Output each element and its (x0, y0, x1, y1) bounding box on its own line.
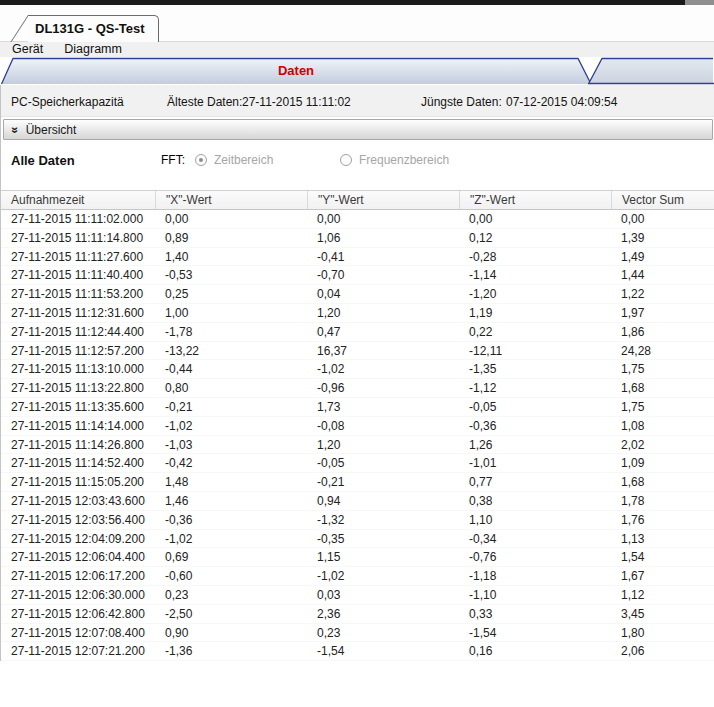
cell-2: 0,47 (307, 323, 459, 341)
cell-1: -1,78 (155, 323, 307, 341)
table-row[interactable]: 27-11-2015 12:06:04.4000,691,15-0,761,54 (1, 548, 714, 567)
fft-option-frequenzbereich[interactable]: Frequenzbereich (340, 153, 485, 167)
cell-4: 1,09 (611, 454, 714, 472)
cell-2: -0,96 (307, 379, 459, 397)
cell-4: 1,67 (611, 567, 714, 585)
radio-frequenzbereich-icon[interactable] (340, 154, 352, 166)
cell-1: -0,60 (155, 567, 307, 585)
table-row[interactable]: 27-11-2015 12:03:43.6001,460,940,381,78 (1, 492, 714, 511)
table-row[interactable]: 27-11-2015 12:06:17.200-0,60-1,02-1,181,… (1, 567, 714, 586)
cell-0: 27-11-2015 11:13:35.600 (1, 398, 155, 416)
fft-label: FFT: (161, 153, 185, 167)
cell-2: 1,06 (307, 229, 459, 247)
column-header-3[interactable]: "Z"-Wert (459, 191, 611, 209)
cell-0: 27-11-2015 11:11:02.000 (1, 210, 155, 228)
column-header-1[interactable]: "X"-Wert (155, 191, 307, 209)
cell-1: -0,42 (155, 454, 307, 472)
cell-4: 1,76 (611, 511, 714, 529)
cell-4: 1,68 (611, 379, 714, 397)
cell-1: -0,21 (155, 398, 307, 416)
cell-4: 1,68 (611, 473, 714, 491)
table-row[interactable]: 27-11-2015 12:07:21.200-1,36-1,540,162,0… (1, 642, 714, 661)
cell-4: 1,49 (611, 248, 714, 266)
cell-4: 1,44 (611, 266, 714, 284)
cell-3: 1,10 (459, 511, 611, 529)
cell-0: 27-11-2015 12:06:17.200 (1, 567, 155, 585)
cell-2: 0,00 (307, 210, 459, 228)
newest-data-label: Jüngste Daten: (421, 95, 502, 109)
table-row[interactable]: 27-11-2015 11:12:31.6001,001,201,191,97 (1, 304, 714, 323)
table-row[interactable]: 27-11-2015 11:11:27.6001,40-0,41-0,281,4… (1, 248, 714, 267)
table-row[interactable]: 27-11-2015 11:11:53.2000,250,04-1,201,22 (1, 285, 714, 304)
cell-1: -0,44 (155, 360, 307, 378)
document-tab-slant-edge (10, 15, 29, 42)
table-row[interactable]: 27-11-2015 11:13:22.8000,80-0,96-1,121,6… (1, 379, 714, 398)
table-row[interactable]: 27-11-2015 11:13:10.000-0,44-1,02-1,351,… (1, 360, 714, 379)
column-header-2[interactable]: "Y"-Wert (307, 191, 459, 209)
table-row[interactable]: 27-11-2015 11:14:26.800-1,031,201,262,02 (1, 436, 714, 455)
column-header-4[interactable]: Vector Sum (611, 191, 714, 209)
table-row[interactable]: 27-11-2015 12:07:08.4000,900,23-1,541,80 (1, 624, 714, 643)
table-row[interactable]: 27-11-2015 11:15:05.2001,48-0,210,771,68 (1, 473, 714, 492)
table-body: 27-11-2015 11:11:02.0000,000,000,000,002… (1, 210, 714, 661)
cell-0: 27-11-2015 11:14:14.000 (1, 417, 155, 435)
table-row[interactable]: 27-11-2015 11:13:35.600-0,211,73-0,051,7… (1, 398, 714, 417)
cell-4: 1,80 (611, 624, 714, 642)
table-row[interactable]: 27-11-2015 12:03:56.400-0,36-1,321,101,7… (1, 511, 714, 530)
cell-0: 27-11-2015 11:11:14.800 (1, 229, 155, 247)
menu-item-geraet[interactable]: Gerät (12, 42, 43, 57)
table-row[interactable]: 27-11-2015 11:11:02.0000,000,000,000,00 (1, 210, 714, 229)
data-table: Aufnahmezeit"X"-Wert"Y"-Wert"Z"-WertVect… (1, 190, 714, 661)
table-row[interactable]: 27-11-2015 12:04:09.200-1,02-0,35-0,341,… (1, 530, 714, 549)
table-row[interactable]: 27-11-2015 11:12:44.400-1,780,470,221,86 (1, 323, 714, 342)
table-row[interactable]: 27-11-2015 11:14:14.000-1,02-0,08-0,361,… (1, 417, 714, 436)
document-tab[interactable]: DL131G - QS-Test (28, 15, 159, 42)
table-row[interactable]: 27-11-2015 11:11:14.8000,891,060,121,39 (1, 229, 714, 248)
fft-option-zeitbereich[interactable]: Zeitbereich (195, 153, 340, 167)
table-row[interactable]: 27-11-2015 12:06:30.0000,230,03-1,101,12 (1, 586, 714, 605)
cell-0: 27-11-2015 11:12:31.600 (1, 304, 155, 322)
cell-1: 1,40 (155, 248, 307, 266)
cell-0: 27-11-2015 11:11:53.200 (1, 285, 155, 303)
cell-4: 1,75 (611, 360, 714, 378)
cell-4: 1,54 (611, 548, 714, 566)
menu-item-diagramm[interactable]: Diagramm (64, 42, 122, 57)
cell-2: 0,04 (307, 285, 459, 303)
table-row[interactable]: 27-11-2015 12:06:42.800-2,502,360,333,45 (1, 605, 714, 624)
cell-4: 1,08 (611, 417, 714, 435)
radio-zeitbereich-icon[interactable] (195, 154, 207, 166)
cell-1: -13,22 (155, 342, 307, 360)
main-frame: PC-Speicherkapazitä Älteste Daten: 27-11… (0, 85, 714, 661)
cell-1: -1,36 (155, 642, 307, 660)
cell-3: -1,01 (459, 454, 611, 472)
fft-radio-group: FFT: ZeitbereichFrequenzbereich (161, 153, 485, 167)
oldest-data-value: 27-11-2015 11:11:02 (242, 95, 351, 109)
cell-0: 27-11-2015 12:03:43.600 (1, 492, 155, 510)
cell-0: 27-11-2015 11:14:52.400 (1, 454, 155, 472)
cell-3: -1,20 (459, 285, 611, 303)
newest-data-value: 07-12-2015 04:09:54 (506, 95, 617, 109)
table-row[interactable]: 27-11-2015 11:12:57.200-13,2216,37-12,11… (1, 342, 714, 361)
cell-0: 27-11-2015 11:12:57.200 (1, 342, 155, 360)
section-header: Alle Daten FFT: ZeitbereichFrequenzberei… (1, 151, 714, 175)
table-row[interactable]: 27-11-2015 11:14:52.400-0,42-0,05-1,011,… (1, 454, 714, 473)
overview-collapse-header[interactable]: » Übersicht (3, 119, 713, 140)
tab-daten-label[interactable]: Daten (0, 57, 592, 85)
cell-2: 1,73 (307, 398, 459, 416)
cell-0: 27-11-2015 11:13:10.000 (1, 360, 155, 378)
cell-0: 27-11-2015 12:07:08.400 (1, 624, 155, 642)
cell-0: 27-11-2015 11:11:27.600 (1, 248, 155, 266)
cell-1: 0,23 (155, 586, 307, 604)
tab-next-shape[interactable] (589, 59, 713, 84)
cell-3: -12,11 (459, 342, 611, 360)
cell-2: -0,08 (307, 417, 459, 435)
cell-3: -1,35 (459, 360, 611, 378)
cell-1: 1,46 (155, 492, 307, 510)
table-row[interactable]: 27-11-2015 11:11:40.400-0,53-0,70-1,141,… (1, 266, 714, 285)
cell-1: 0,80 (155, 379, 307, 397)
pc-storage-capacity-label: PC-Speicherkapazitä (11, 95, 124, 109)
cell-0: 27-11-2015 12:06:42.800 (1, 605, 155, 623)
cell-3: -0,76 (459, 548, 611, 566)
cell-1: 0,90 (155, 624, 307, 642)
column-header-0[interactable]: Aufnahmezeit (1, 191, 155, 209)
